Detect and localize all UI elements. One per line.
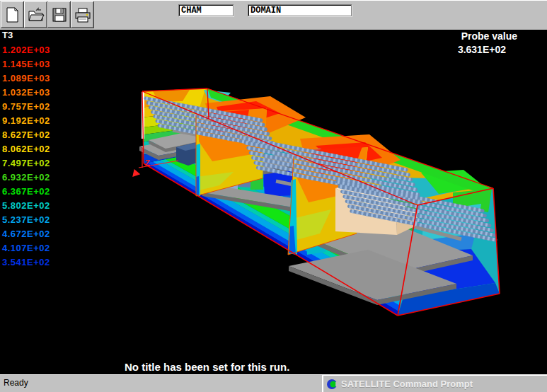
probe-label: Probe value: [458, 30, 517, 43]
toolbar: [0, 0, 547, 30]
satellite-app-icon: [326, 379, 338, 390]
legend-title: T3: [2, 30, 50, 43]
legend-entry: 1.145E+03: [2, 57, 50, 71]
legend-entry: 6.932E+02: [2, 171, 50, 185]
legend-entry: 5.237E+02: [2, 213, 50, 227]
probe-readout: Probe value 3.631E+02: [458, 30, 517, 57]
legend-entry: 8.627E+02: [2, 128, 50, 142]
legend: T3 1.202E+03 1.145E+03 1.089E+03 1.032E+…: [2, 30, 50, 270]
status-bar: Ready SATELLITE Command Prompt: [0, 374, 547, 392]
taskbar-button[interactable]: SATELLITE Command Prompt: [322, 374, 547, 392]
legend-entry: 5.802E+02: [2, 199, 50, 213]
run-title-message: No title has been set for this run.: [125, 361, 289, 373]
legend-entry: 8.062E+02: [2, 142, 50, 156]
print-button[interactable]: [71, 1, 94, 28]
taskbar-label: SATELLITE Command Prompt: [341, 379, 473, 389]
open-file-button[interactable]: [24, 1, 47, 28]
status-text: Ready: [0, 374, 322, 392]
new-file-button[interactable]: [1, 1, 24, 28]
printer-icon: [74, 7, 91, 23]
axis-label: Z: [145, 158, 150, 167]
legend-entry: 9.192E+02: [2, 114, 50, 128]
legend-entry: 7.497E+02: [2, 156, 50, 171]
legend-entry: 6.367E+02: [2, 185, 50, 199]
render-viewport[interactable]: Z T3 1.202E+03 1.145E+03 1.089E+03 1.032…: [0, 30, 547, 374]
legend-entry: 1.032E+03: [2, 86, 50, 100]
scene-3d-render[interactable]: Z: [0, 30, 547, 374]
cham-field[interactable]: [178, 4, 234, 16]
app-window: Z T3 1.202E+03 1.145E+03 1.089E+03 1.032…: [0, 0, 547, 392]
legend-entry: 4.107E+02: [2, 241, 50, 255]
legend-entry: 3.541E+02: [2, 255, 50, 270]
domain-field[interactable]: [248, 4, 352, 16]
legend-entry: 1.089E+03: [2, 71, 50, 86]
probe-value: 3.631E+02: [458, 43, 517, 57]
save-floppy-icon: [52, 7, 67, 23]
legend-entry: 4.672E+02: [2, 227, 50, 241]
save-button[interactable]: [47, 1, 71, 28]
new-document-icon: [5, 6, 21, 23]
legend-entry: 1.202E+03: [2, 43, 50, 57]
legend-entry: 9.757E+02: [2, 100, 50, 114]
open-folder-icon: [28, 7, 45, 23]
